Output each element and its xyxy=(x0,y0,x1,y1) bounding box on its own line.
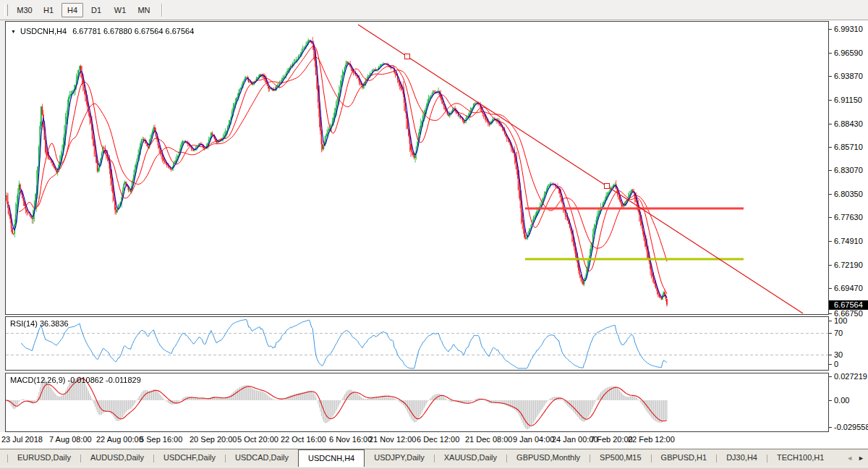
time-axis-label: 21 Nov 12:00 xyxy=(369,435,416,444)
time-axis-label: 7 Aug 08:00 xyxy=(49,435,92,444)
toolbar-grip[interactable] xyxy=(4,4,8,16)
price-axis-label: 6.91150 xyxy=(829,96,862,104)
price-axis-label: 6.83070 xyxy=(829,166,863,174)
tab-scroll-arrows: ◄ ► xyxy=(846,449,864,467)
time-axis-label: 22 Feb 12:00 xyxy=(628,435,675,444)
price-axis-label: 6.88430 xyxy=(829,119,863,128)
time-axis-label: 6 Dec 12:00 xyxy=(417,435,459,444)
macd-axis-label: 0.00 xyxy=(829,396,849,405)
rsi-axis-label: 70 xyxy=(829,329,843,337)
price-axis-label: 6.74910 xyxy=(829,237,863,245)
price-axis-label: 6.99310 xyxy=(829,25,863,33)
ohlc-readout: 6.67781 6.67880 6.67564 6.67564 xyxy=(72,27,194,35)
rsi-panel: RSI(14) 36.3836 xyxy=(5,316,829,371)
tab-usdchf-daily[interactable]: USDCHF,Daily xyxy=(154,449,225,467)
time-axis-label: 22 Oct 16:00 xyxy=(281,435,326,444)
rsi-canvas[interactable] xyxy=(6,317,828,370)
tab-dj30-h4[interactable]: DJ30,H4 xyxy=(717,449,767,467)
tab-usdcad-daily[interactable]: USDCAD,Daily xyxy=(226,449,298,467)
timeframe-d1-button[interactable]: D1 xyxy=(85,3,107,17)
macd-axis-label: 0.027219 xyxy=(829,372,867,381)
timeframe-w1-button[interactable]: W1 xyxy=(109,3,131,17)
time-axis: 23 Jul 2018 7 Aug 08:00 22 Aug 00:00 5 S… xyxy=(0,432,868,448)
timeframe-m30-button[interactable]: M30 xyxy=(14,3,35,17)
rsi-axis-label: 0 xyxy=(829,360,838,368)
left-gutter xyxy=(0,20,5,447)
time-axis-label: 9 Jan 04:00 xyxy=(513,435,555,444)
time-axis-label: 22 Aug 00:00 xyxy=(96,435,143,444)
time-axis-label: 5 Sep 16:00 xyxy=(140,435,182,444)
tab-eurusd-daily[interactable]: EURUSD,Daily xyxy=(8,449,80,467)
tab-xauusd-daily[interactable]: XAUUSD,Daily xyxy=(435,449,506,467)
rsi-axis-label: 30 xyxy=(829,350,843,359)
macd-axis-label: -0.029558 xyxy=(829,423,868,431)
mt4-window: M30 H1 H4 D1 W1 MN ▼ USDCNH,H4 6.67781 6… xyxy=(0,0,868,469)
rsi-axis-label: 100 xyxy=(829,316,847,325)
chart-dropdown-icon[interactable]: ▼ xyxy=(11,29,16,34)
tab-tech100-h1[interactable]: TECH100,H1 xyxy=(767,449,833,467)
chart-symbol-label: USDCNH,H4 xyxy=(20,27,67,35)
candlestick-chart-canvas[interactable] xyxy=(6,22,828,314)
current-price-badge: 6.67564 xyxy=(829,300,868,310)
symbol-readout: ▼ USDCNH,H4 6.67781 6.67880 6.67564 6.67… xyxy=(11,27,194,35)
tab-usdcnh-h4[interactable]: USDCNH,H4 xyxy=(298,449,365,467)
timeframe-mn-button[interactable]: MN xyxy=(133,3,155,17)
time-axis-label: 7 Feb 20:00 xyxy=(590,435,633,444)
macd-label: MACD(12,26,9) -0.010862 -0.011829 xyxy=(10,376,141,384)
timeframe-h1-button[interactable]: H1 xyxy=(38,3,59,17)
price-axis-label: 6.77630 xyxy=(829,213,863,221)
time-axis-label: 21 Dec 08:00 xyxy=(465,435,512,444)
tab-gbpusd-h1[interactable]: GBPUSD,H1 xyxy=(652,449,717,467)
price-axis-label: 6.69470 xyxy=(829,284,863,292)
tab-usdjpy-daily[interactable]: USDJPY,Daily xyxy=(365,449,434,467)
chart-tabbar: EURUSD,Daily AUDUSD,Daily USDCHF,Daily U… xyxy=(0,449,868,467)
time-axis-label: 6 Nov 16:00 xyxy=(329,435,372,444)
tab-scroll-right-icon[interactable]: ► xyxy=(858,455,864,462)
time-axis-label: 23 Jul 2018 xyxy=(1,435,43,444)
price-axis-label: 6.72190 xyxy=(829,261,863,269)
price-axis-label: 6.85710 xyxy=(829,143,863,151)
tab-scroll-left-icon[interactable]: ◄ xyxy=(846,455,853,462)
price-axis: 6.99310 6.96590 6.93870 6.91150 6.88430 … xyxy=(829,21,868,447)
price-chart-panel: ▼ USDCNH,H4 6.67781 6.67880 6.67564 6.67… xyxy=(5,21,829,315)
rsi-label: RSI(14) 36.3836 xyxy=(10,319,69,328)
price-axis-label: 6.80350 xyxy=(829,190,863,198)
toolbar-separator xyxy=(161,4,162,17)
macd-panel: MACD(12,26,9) -0.010862 -0.011829 xyxy=(5,373,829,432)
time-axis-label: 20 Sep 20:00 xyxy=(190,435,237,444)
tab-sp500-m15[interactable]: SP500,M15 xyxy=(590,449,650,467)
timeframe-h4-button[interactable]: H4 xyxy=(61,3,83,17)
time-axis-label: 5 Oct 20:00 xyxy=(237,435,278,444)
tab-gbpusd-monthly[interactable]: GBPUSD,Monthly xyxy=(507,449,590,467)
timeframe-toolbar: M30 H1 H4 D1 W1 MN xyxy=(0,0,868,20)
price-axis-label: 6.93870 xyxy=(829,72,863,80)
tab-audusd-daily[interactable]: AUDUSD,Daily xyxy=(81,449,153,467)
price-axis-label: 6.96590 xyxy=(829,48,863,57)
